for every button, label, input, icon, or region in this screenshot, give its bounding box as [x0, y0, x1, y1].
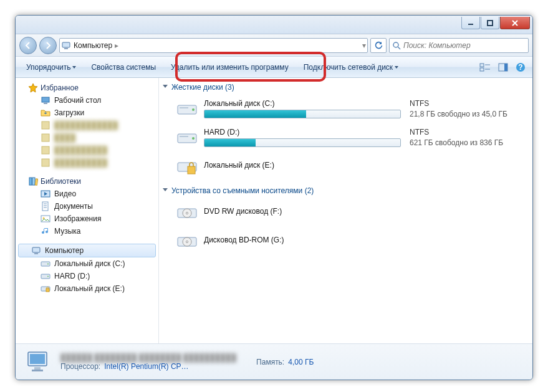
content-pane[interactable]: Жесткие диски (3) Локальный диск (C:)NTF… [159, 78, 532, 343]
details-text: ██████ ████████ ████████ ██████████ Проц… [60, 353, 236, 371]
svg-point-33 [192, 108, 195, 111]
drive-filesystem: NTFS [410, 99, 507, 108]
window-titlebar [16, 16, 532, 34]
svg-rect-19 [35, 179, 37, 185]
libraries-icon [28, 176, 38, 186]
capacity-bar [204, 138, 401, 147]
svg-rect-16 [42, 159, 49, 166]
tree-header-favorites[interactable]: Избранное [16, 82, 158, 94]
svg-point-45 [186, 241, 188, 242]
svg-rect-6 [480, 68, 484, 71]
svg-rect-31 [46, 289, 49, 292]
tree-libraries: Библиотеки ВидеоДокументыИзображенияМузы… [16, 175, 158, 237]
removable-item[interactable]: DVD RW дисковод (F:) [163, 199, 526, 227]
preview-pane-button[interactable] [495, 60, 511, 75]
tree-item[interactable]: Рабочий стол [16, 94, 158, 107]
tree-item[interactable]: Документы [16, 200, 158, 213]
svg-rect-14 [42, 134, 49, 141]
search-box[interactable] [389, 38, 529, 53]
svg-rect-12 [44, 103, 47, 104]
details-mem-label: Память: [256, 358, 284, 366]
hdd-icon [176, 127, 198, 148]
svg-text:?: ? [518, 63, 522, 72]
documents-icon [41, 201, 50, 211]
tree-item[interactable]: Видео [16, 188, 158, 200]
tree-header-computer[interactable]: Компьютер [18, 244, 156, 257]
pictures-icon [41, 214, 50, 224]
refresh-icon [374, 41, 383, 50]
tree-header-label: Компьютер [45, 246, 84, 255]
close-button[interactable] [500, 17, 530, 29]
view-options-button[interactable] [478, 60, 494, 75]
section-removable[interactable]: Устройства со съемными носителями (2) [163, 186, 526, 195]
drive-filesystem: NTFS [410, 128, 503, 136]
navigation-row: Компьютер ▸ ▾ [16, 34, 532, 57]
svg-rect-39 [188, 166, 195, 174]
system-properties-button[interactable]: Свойства системы [84, 59, 163, 75]
svg-rect-8 [504, 64, 507, 71]
search-input[interactable] [403, 41, 526, 50]
breadcrumb-arrow-icon: ▸ [115, 41, 118, 50]
svg-rect-0 [468, 24, 473, 25]
svg-rect-34 [180, 107, 188, 108]
uninstall-program-button[interactable]: Удалить или изменить программу [164, 59, 296, 75]
address-bar[interactable]: Компьютер ▸ ▾ [59, 38, 368, 53]
tree-item-label: ████ [54, 133, 75, 142]
removable-item[interactable]: Дисковод BD-ROM (G:) [163, 227, 526, 256]
tree-item[interactable]: ██████████ [16, 156, 158, 169]
hdd-icon [41, 271, 50, 281]
tree-item[interactable]: HARD (D:) [16, 270, 158, 282]
help-button[interactable]: ? [512, 60, 529, 75]
drive-item[interactable]: HARD (D:)NTFS621 ГБ свободно из 836 ГБ [163, 124, 526, 153]
tree-item-label: Загрузки [54, 108, 84, 117]
maximize-button[interactable] [481, 17, 499, 29]
tree-header-libraries[interactable]: Библиотеки [16, 175, 158, 188]
organize-button[interactable]: Упорядочить [19, 59, 83, 75]
tree-item[interactable]: Изображения [16, 213, 158, 225]
address-dropdown-icon[interactable]: ▾ [362, 41, 366, 50]
tree-header-label: Библиотеки [41, 177, 81, 186]
help-icon: ? [516, 62, 526, 72]
tree-item[interactable]: Загрузки [16, 107, 158, 119]
svg-rect-21 [42, 202, 48, 211]
bd-icon [176, 230, 198, 251]
details-mem-value: 4,00 ГБ [288, 358, 314, 366]
downloads-icon [41, 108, 50, 118]
forward-button[interactable] [39, 37, 57, 54]
tree-item[interactable]: Локальный диск (C:) [16, 257, 158, 270]
star-icon [28, 83, 38, 93]
minimize-button[interactable] [461, 17, 480, 29]
uninstall-program-label: Удалить или изменить программу [171, 63, 289, 72]
command-bar: Упорядочить Свойства системы Удалить или… [16, 57, 532, 78]
back-button[interactable] [19, 37, 37, 54]
breadcrumb-item[interactable]: Компьютер [74, 41, 112, 50]
tree-item[interactable]: Музыка [16, 225, 158, 237]
drive-item[interactable]: Локальный диск (E:) [163, 153, 526, 181]
refresh-button[interactable] [370, 38, 387, 53]
svg-rect-2 [62, 42, 70, 47]
desktop-icon [41, 95, 50, 105]
collapse-icon [163, 188, 168, 194]
tree-item-label: ████████████ [54, 121, 118, 130]
section-hard-drives[interactable]: Жесткие диски (3) [163, 83, 526, 92]
svg-rect-49 [32, 370, 43, 371]
tree-item[interactable]: ██████████ [16, 144, 158, 156]
drive-item[interactable]: Локальный диск (C:)NTFS21,8 ГБ свободно … [163, 95, 526, 124]
tree-computer: Компьютер Локальный диск (C:)HARD (D:)Ло… [16, 244, 158, 295]
tree-item[interactable]: ████ [16, 131, 158, 144]
svg-rect-18 [32, 178, 35, 185]
map-network-drive-button[interactable]: Подключить сетевой диск [297, 59, 405, 75]
map-network-drive-label: Подключить сетевой диск [304, 63, 393, 72]
svg-point-4 [393, 42, 398, 47]
tree-item[interactable]: Локальный диск (E:) [16, 282, 158, 295]
svg-rect-15 [42, 146, 49, 154]
section-title: Жесткие диски (3) [171, 83, 234, 92]
tree-item-label: Рабочий стол [54, 96, 101, 105]
tree-item[interactable]: ████████████ [16, 119, 158, 131]
dvd-icon [176, 201, 198, 222]
drive-name: DVD RW дисковод (F:) [204, 207, 403, 216]
hdd-icon [41, 259, 50, 269]
explorer-body: Избранное Рабочий столЗагрузки██████████… [16, 78, 532, 343]
details-pane: ██████ ████████ ████████ ██████████ Проц… [16, 343, 532, 380]
navigation-pane[interactable]: Избранное Рабочий столЗагрузки██████████… [16, 78, 159, 343]
